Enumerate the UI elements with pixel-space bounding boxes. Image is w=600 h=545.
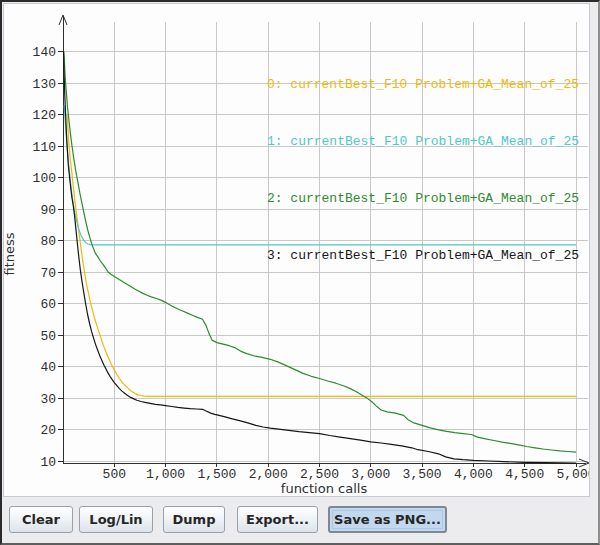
- svg-text:1,500: 1,500: [197, 467, 236, 482]
- svg-text:90: 90: [40, 203, 56, 218]
- save-as-png-button[interactable]: Save as PNG...: [328, 506, 447, 533]
- svg-text:3,000: 3,000: [351, 467, 390, 482]
- legend-item-0: 0: currentBest_F10 Problem+GA_Mean_of_25: [267, 75, 579, 94]
- svg-text:function calls: function calls: [281, 481, 368, 496]
- svg-text:140: 140: [33, 45, 56, 60]
- svg-text:40: 40: [40, 360, 56, 375]
- svg-text:20: 20: [40, 423, 56, 438]
- svg-text:5,000: 5,000: [556, 467, 589, 482]
- log-lin-button[interactable]: Log/Lin: [79, 506, 153, 533]
- svg-text:2,000: 2,000: [249, 467, 288, 482]
- svg-text:1,000: 1,000: [146, 467, 185, 482]
- svg-text:4,000: 4,000: [454, 467, 493, 482]
- svg-text:70: 70: [40, 266, 56, 281]
- svg-text:120: 120: [33, 108, 56, 123]
- save-as-png-label: Save as PNG...: [334, 512, 441, 527]
- svg-text:2,500: 2,500: [300, 467, 339, 482]
- export-button[interactable]: Export...: [237, 506, 318, 533]
- button-bar: Clear Log/Lin Dump Export... Save as PNG…: [2, 506, 598, 543]
- svg-text:50: 50: [40, 329, 56, 344]
- dump-button[interactable]: Dump: [163, 506, 225, 533]
- fitness-plot-panel: 1020304050607080901001101201301405001,00…: [3, 3, 590, 497]
- svg-text:10: 10: [40, 455, 56, 470]
- svg-text:500: 500: [103, 467, 126, 482]
- svg-text:fitness: fitness: [4, 232, 17, 275]
- clear-button[interactable]: Clear: [9, 506, 73, 533]
- svg-text:130: 130: [33, 77, 56, 92]
- svg-text:110: 110: [33, 140, 56, 155]
- svg-text:3,500: 3,500: [403, 467, 442, 482]
- legend-item-2: 2: currentBest_F10 Problem+GA_Mean_of_25: [267, 189, 579, 208]
- svg-text:100: 100: [33, 171, 56, 186]
- svg-text:60: 60: [40, 297, 56, 312]
- legend-item-3: 3: currentBest_F10 Problem+GA_Mean_of_25: [267, 246, 579, 265]
- plot-window: 1020304050607080901001101201301405001,00…: [0, 0, 600, 545]
- svg-text:4,500: 4,500: [505, 467, 544, 482]
- svg-text:30: 30: [40, 392, 56, 407]
- chart-legend: 0: currentBest_F10 Problem+GA_Mean_of_25…: [267, 37, 579, 303]
- svg-text:80: 80: [40, 234, 56, 249]
- legend-item-1: 1: currentBest_F10 Problem+GA_Mean_of_25: [267, 132, 579, 151]
